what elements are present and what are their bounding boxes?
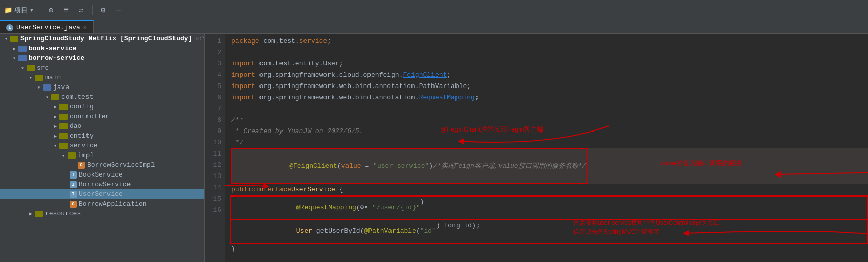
annotation-value: value的值为接口调用的服务: [660, 158, 743, 169]
impl-folder-icon: [68, 152, 76, 159]
btn-collapse[interactable]: ⇌: [77, 4, 86, 16]
line-numbers: 12345 678910 1112131415 16: [205, 34, 225, 262]
sidebar-item-java[interactable]: ▾ java: [0, 82, 204, 92]
main-arrow: ▾: [27, 75, 35, 81]
res-label: resources: [45, 210, 81, 217]
code-line-1: package com.test.service;: [231, 36, 868, 47]
tab-close-btn[interactable]: ✕: [83, 24, 87, 31]
borrow-arrow: ▾: [10, 55, 18, 61]
res-arrow: ▶: [27, 211, 35, 217]
btn-settings[interactable]: ⚙: [99, 4, 108, 16]
bs-label: BookService: [79, 171, 123, 179]
comtest-folder-icon: [51, 94, 59, 100]
project-icon: 📁: [4, 6, 12, 14]
sidebar-item-com-test[interactable]: ▾ com.test: [0, 92, 204, 102]
code-line-11: @FeignClient(value = "user-service")/*实现…: [231, 148, 868, 184]
editor-wrapper: 12345 678910 1112131415 16 package com.t…: [205, 34, 868, 262]
code-line-3: import com.test.entity.User;: [231, 58, 868, 70]
ctrl-folder-icon: [59, 114, 68, 120]
project-tree[interactable]: ▾ SpringCloudStudy_Netflix [SpringCloudS…: [0, 34, 205, 262]
toolbar-divider-2: [92, 5, 93, 15]
toolbar: 📁 项目 ▾ ⊕ ≡ ⇌ ⚙ —: [0, 0, 868, 20]
sidebar-item-borrow-service[interactable]: ▾ borrow-service: [0, 53, 204, 63]
java-arrow: ▾: [35, 84, 43, 91]
sidebar-item-impl[interactable]: ▾ impl: [0, 150, 204, 160]
sidebar-item-resources[interactable]: ▶ resources: [0, 209, 204, 219]
main-content: ▾ SpringCloudStudy_Netflix [SpringCloudS…: [0, 34, 868, 262]
sidebar-item-userservice[interactable]: I UserService: [0, 189, 204, 199]
book-folder-icon: [18, 46, 27, 52]
sidebar-item-book-service[interactable]: ▶ book-service: [0, 43, 204, 53]
project-menu[interactable]: 📁 项目 ▾: [4, 6, 34, 15]
entity-folder-icon: [59, 133, 68, 139]
ba-file-icon: C: [70, 201, 77, 208]
btn-minimize[interactable]: —: [114, 5, 123, 16]
ba-label: BorrowApplication: [79, 200, 147, 208]
code-line-7: [231, 103, 868, 115]
editor-content: 12345 678910 1112131415 16 package com.t…: [205, 34, 868, 262]
ctrl-label: controller: [70, 113, 110, 120]
main-folder-icon: [35, 75, 43, 81]
impl-label: impl: [78, 151, 94, 159]
book-label: book-service: [29, 45, 77, 52]
code-area: package com.test.service; import com.tes…: [225, 34, 868, 262]
root-label: SpringCloudStudy_Netflix [SpringCloudStu…: [20, 35, 192, 42]
service-folder-icon: [59, 143, 68, 149]
sidebar-item-borrowserviceimpl[interactable]: C BorrowServiceImpl: [0, 160, 204, 170]
project-label: 项目: [14, 6, 28, 15]
sidebar-item-src[interactable]: ▾ src: [0, 63, 204, 73]
bsi-label: BorrowServiceImpl: [87, 161, 155, 169]
tree-root[interactable]: ▾ SpringCloudStudy_Netflix [SpringCloudS…: [0, 34, 204, 43]
tab-label: UserService.java: [16, 24, 80, 31]
sidebar-item-borrowapp[interactable]: C BorrowApplication: [0, 199, 204, 209]
java-label: java: [53, 83, 69, 91]
editor[interactable]: 12345 678910 1112131415 16 package com.t…: [205, 34, 868, 262]
tab-icon: I: [6, 24, 13, 31]
toolbar-divider-1: [40, 5, 40, 15]
btn-list[interactable]: ≡: [61, 5, 71, 16]
dao-arrow: ▶: [51, 123, 59, 129]
sidebar-item-entity[interactable]: ▶ entity: [0, 131, 204, 141]
code-line-2: [231, 47, 868, 58]
java-folder-icon: [43, 84, 51, 91]
sidebar-item-service[interactable]: ▾ service: [0, 141, 204, 150]
sidebar-item-controller[interactable]: ▶ controller: [0, 112, 204, 121]
bsvc-label: BorrowService: [79, 181, 131, 188]
src-arrow: ▾: [18, 65, 27, 71]
config-folder-icon: [59, 104, 68, 110]
book-arrow: ▶: [10, 46, 18, 52]
service-arrow: ▾: [51, 143, 59, 149]
bs-file-icon: I: [70, 171, 77, 179]
annotation-feign: @FeginClient注解实现Fegin客户端: [440, 124, 544, 135]
us-label: UserService: [79, 190, 123, 198]
entity-arrow: ▶: [51, 133, 59, 139]
code-line-16: [231, 255, 868, 262]
root-path: D:\: [195, 36, 205, 42]
sidebar-item-dao[interactable]: ▶ dao: [0, 121, 204, 131]
code-line-13: @RequestMapping(⊙▾ "/user/{id}"): [230, 195, 868, 220]
code-line-15: }: [231, 244, 868, 255]
project-dropdown-icon: ▾: [30, 6, 34, 14]
sidebar-item-borrowservice[interactable]: I BorrowService: [0, 180, 204, 189]
comtest-label: com.test: [61, 93, 93, 101]
res-folder-icon: [35, 211, 43, 217]
btn-add[interactable]: ⊕: [47, 4, 56, 16]
code-line-4: import org.springframework.cloud.openfei…: [231, 70, 868, 81]
code-line-6: import org.springframework.web.bind.anno…: [231, 92, 868, 103]
sidebar-item-config[interactable]: ▶ config: [0, 102, 204, 112]
src-label: src: [37, 64, 49, 72]
entity-label: entity: [70, 132, 94, 140]
code-line-12: public interface UserService {: [231, 184, 868, 195]
code-line-10: */: [231, 137, 868, 148]
borrow-label: borrow-service: [29, 54, 84, 62]
sidebar-item-bookservice[interactable]: I BookService: [0, 170, 204, 180]
sidebar-item-main[interactable]: ▾ main: [0, 73, 204, 82]
tab-userservice[interactable]: I UserService.java ✕: [0, 20, 94, 33]
main-label: main: [45, 74, 61, 81]
comtest-arrow: ▾: [43, 94, 51, 100]
us-file-icon: I: [70, 191, 77, 198]
bsvc-file-icon: I: [70, 181, 77, 188]
dao-label: dao: [70, 122, 81, 130]
code-line-5: import org.springframework.web.bind.anno…: [231, 81, 868, 92]
code-line-14: User getUserById(@PathVariable("id") Lon…: [230, 220, 868, 244]
